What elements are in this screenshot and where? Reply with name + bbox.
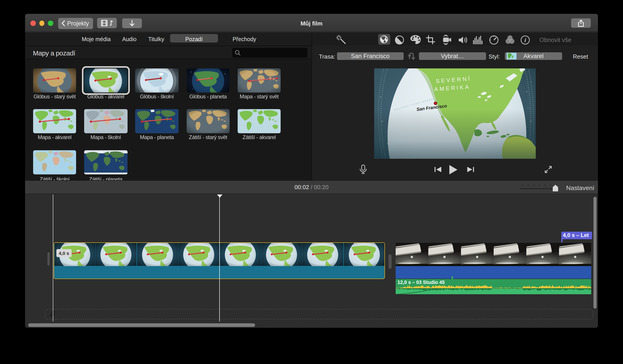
svg-text:i: i	[524, 37, 526, 43]
